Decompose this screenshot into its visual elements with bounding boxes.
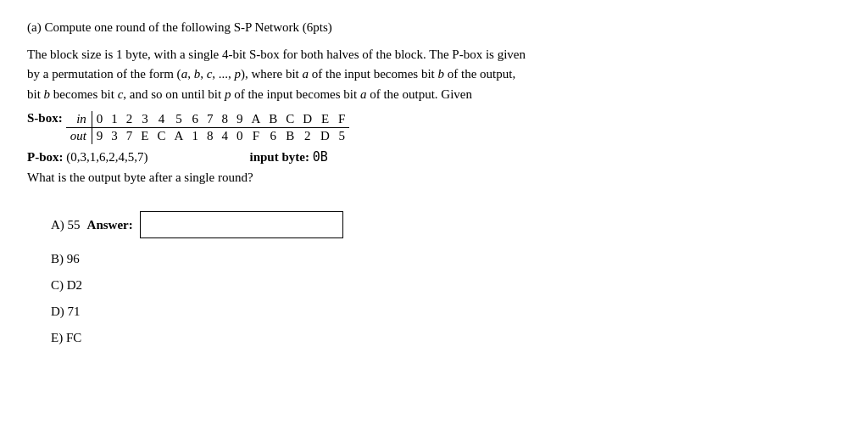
sbox-in-B: B [264,111,281,128]
sbox-out-2: 7 [122,127,137,144]
question-label-text: (a) Compute one round of the following S… [27,20,332,34]
pbox-row: P-box: (0,3,1,6,2,4,5,7) input byte: 0B [27,149,841,165]
option-d-text: D) 71 [51,305,81,318]
sbox-out-8: 4 [217,127,232,144]
sbox-out-label: out [66,127,92,144]
sbox-in-F: F [334,111,349,128]
option-c-text: C) D2 [51,278,82,292]
sbox-in-A: A [247,111,264,128]
sbox-in-E: E [316,111,334,128]
sbox-out-6: 1 [187,127,203,144]
sbox-in-8: 8 [217,111,232,128]
sbox-in-3: 3 [136,111,153,128]
sbox-out-C: B [281,127,298,144]
answer-row: A) 55 Answer: [51,211,841,238]
sbox-out-row: out 9 3 7 E C A 1 8 4 0 F 6 B 2 D 5 [66,127,350,144]
input-byte-value: 0B [313,149,328,165]
pbox-label: P-box: [27,150,64,164]
sbox-out-E: D [316,127,334,144]
answer-option-a: A) 55 [51,218,81,232]
sbox-in-4: 4 [153,111,170,128]
sbox-out-A: F [247,127,264,144]
input-byte-label: input byte: [250,150,313,164]
sbox-out-3: E [136,127,153,144]
pbox-value-text: (0,3,1,6,2,4,5,7) [66,150,147,164]
answer-box[interactable] [140,211,343,238]
sbox-out-7: 8 [203,127,218,144]
sbox-out-5: A [170,127,188,144]
sbox-out-1: 3 [107,127,122,144]
answer-label: Answer: [87,218,133,232]
sbox-in-row: in 0 1 2 3 4 5 6 7 8 9 A B C D E F [66,111,350,128]
what-question-text: What is the output byte after a single r… [27,170,253,184]
sbox-in-C: C [281,111,298,128]
sbox-out-F: 5 [334,127,349,144]
option-e: E) FC [51,331,841,345]
para1-text2: by a permutation of the form (a, b, c, .… [27,67,515,81]
sbox-out-0: 9 [92,127,107,144]
sbox-label: S-box: [27,111,63,126]
para1-text3: bit b becomes bit c, and so on until bit… [27,87,472,101]
sbox-out-4: C [153,127,170,144]
what-question: What is the output byte after a single r… [27,168,841,187]
option-c: C) D2 [51,278,841,293]
sbox-in-5: 5 [170,111,188,128]
paragraph1: The block size is 1 byte, with a single … [27,45,841,104]
sbox-in-D: D [298,111,316,128]
option-b: B) 96 [51,252,841,266]
sbox-in-9: 9 [232,111,248,128]
sbox-in-0: 0 [92,111,107,128]
para1-text1: The block size is 1 byte, with a single … [27,47,526,61]
sbox-in-label: in [66,111,92,128]
sbox-in-1: 1 [107,111,122,128]
option-e-text: E) FC [51,331,81,344]
input-byte-section: input byte: 0B [250,149,328,165]
option-b-text: B) 96 [51,252,80,265]
sbox-in-6: 6 [187,111,203,128]
sbox-out-D: 2 [298,127,316,144]
sbox-out-B: 6 [264,127,281,144]
question-label: (a) Compute one round of the following S… [27,20,841,35]
sbox-table: in 0 1 2 3 4 5 6 7 8 9 A B C D E F out 9… [66,111,350,144]
sbox-in-2: 2 [122,111,137,128]
sbox-container: S-box: in 0 1 2 3 4 5 6 7 8 9 A B C D E … [27,111,841,144]
sbox-out-9: 0 [232,127,248,144]
options-list: B) 96 C) D2 D) 71 E) FC [51,252,841,345]
sbox-in-7: 7 [203,111,218,128]
pbox-section: P-box: (0,3,1,6,2,4,5,7) [27,150,148,165]
option-d: D) 71 [51,305,841,319]
